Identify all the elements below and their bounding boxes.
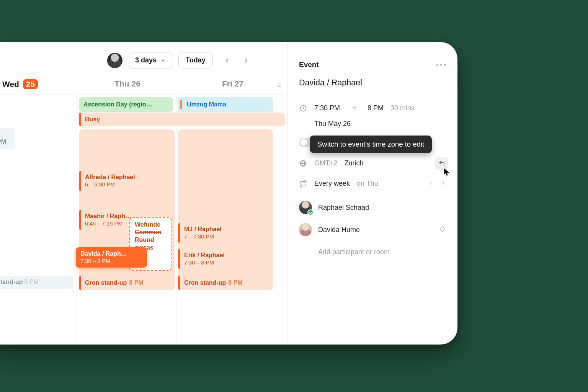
switch-timezone-button[interactable] <box>435 157 448 170</box>
event-standup-fri[interactable]: Cron stand-up8 PM <box>178 276 273 290</box>
profile-avatar[interactable] <box>107 53 122 68</box>
event-standup-thu[interactable]: Cron stand-up8 PM <box>79 276 175 290</box>
expand-toggle-icon[interactable]: ± <box>277 80 281 88</box>
clock-icon <box>299 105 307 112</box>
event-title: Davida / Raph… <box>80 250 142 258</box>
event-erik[interactable]: Erik / Raphael 7:30 – 8 PM <box>178 249 242 269</box>
calendar-pane: 3 days Today <box>0 42 287 345</box>
prev-button[interactable] <box>221 55 233 66</box>
event-panel: Event Davida / Raphael 7:30 PM 8 PM 30 m… <box>287 42 457 345</box>
event-time: 7:30 – 8 PM <box>80 258 142 265</box>
add-participant-placeholder: Add participant or room <box>318 248 390 256</box>
event-title: Erik / Raphael <box>184 252 238 259</box>
event-title: 0 PM <box>0 131 6 145</box>
tooltip-text: Switch to event's time zone to edit <box>317 140 424 148</box>
recurrence-main: Every week <box>314 180 350 188</box>
event-title: Alfreda / Raphael <box>85 173 170 181</box>
participant-name: Davida Hume <box>318 226 360 234</box>
participant-row[interactable]: Raphael Schaad <box>299 196 446 219</box>
event-standup-wed[interactable]: stand-up8 PM <box>0 276 73 289</box>
day-label: Fri 27 <box>222 79 243 88</box>
event-title: Umzug Mama <box>187 101 226 108</box>
event-time: 6 – 6:30 PM <box>85 181 170 188</box>
day-label: Wed <box>2 80 19 88</box>
event-title: Cron stand-up <box>184 279 226 286</box>
event-ascension-day[interactable]: Ascension Day (regio… <box>79 97 173 112</box>
avatar <box>299 223 312 236</box>
event-line: Round <box>135 236 166 244</box>
start-time: 7:30 PM <box>314 104 340 112</box>
duration: 30 mins <box>390 104 415 112</box>
next-button[interactable] <box>240 55 252 66</box>
recurrence-next[interactable] <box>441 180 446 188</box>
event-prev-day[interactable]: 0 PM <box>0 128 15 149</box>
event-title: MJ / Raphael <box>184 225 238 233</box>
topbar: 3 days Today <box>0 42 287 79</box>
calendar-grid[interactable]: Ascension Day (regio… Umzug Mama Busy 0 … <box>0 95 287 345</box>
today-label: Today <box>186 56 206 64</box>
event-mj[interactable]: MJ / Raphael 7 – 7:30 PM <box>178 223 242 243</box>
event-time: 8 PM <box>228 279 242 286</box>
end-time: 8 PM <box>368 104 384 112</box>
panel-heading: Event <box>299 60 319 69</box>
event-time: 8 PM <box>24 279 39 285</box>
event-line: Wefunde <box>135 221 166 229</box>
recurrence-sub: on Thu <box>357 180 378 188</box>
timezone-tooltip: Switch to event's time zone to edit <box>310 136 432 153</box>
day-label: Thu 26 <box>114 79 140 88</box>
participant-row[interactable]: Davida Hume <box>299 219 446 241</box>
today-button[interactable]: Today <box>178 52 213 69</box>
event-title: Busy <box>85 116 100 122</box>
gmt-offset: GMT+2 <box>314 159 338 167</box>
event-title: stand-up <box>0 279 23 285</box>
allday-row: Switch to event's time zone to edit <box>287 134 457 153</box>
day-headers: Wed 25 Thu 26 Fri 27 ± <box>0 79 287 95</box>
participant-name: Raphael Schaad <box>318 204 369 212</box>
globe-icon <box>299 160 307 167</box>
event-alfreda[interactable]: Alfreda / Raphael 6 – 6:30 PM <box>79 171 175 191</box>
participants-section: Raphael Schaad Davida Hume Add participa… <box>287 194 457 263</box>
event-time: 7:30 – 8 PM <box>184 259 238 266</box>
event-title-field[interactable]: Davida / Raphael <box>287 72 457 98</box>
repeat-icon <box>299 180 307 188</box>
event-title: Ascension Day (regio… <box>83 101 152 108</box>
add-participant-row[interactable]: Add participant or room <box>299 241 446 263</box>
timezone-row[interactable]: GMT+2 Zurich <box>287 153 457 173</box>
recurrence-row[interactable]: Every week on Thu <box>287 173 457 194</box>
more-menu-icon[interactable] <box>436 64 446 66</box>
event-time: 8 PM <box>129 279 143 286</box>
app-window: 3 days Today <box>0 42 457 345</box>
recurrence-prev[interactable] <box>428 180 434 188</box>
range-label: 3 days <box>135 56 157 64</box>
timezone-city: Zurich <box>345 159 364 167</box>
avatar <box>299 201 312 214</box>
event-date: Thu May 26 <box>314 120 351 128</box>
range-dropdown[interactable]: 3 days <box>128 52 173 69</box>
spacer <box>299 245 312 258</box>
event-davida-selected[interactable]: Davida / Raph… 7:30 – 8 PM <box>76 247 147 268</box>
event-line: Commun <box>135 229 166 236</box>
event-date-row[interactable]: Thu May 26 <box>287 118 457 134</box>
event-umzug-mama[interactable]: Umzug Mama <box>178 97 273 112</box>
status-accepted-icon <box>307 209 314 216</box>
busy-bar[interactable]: Busy <box>79 113 285 126</box>
day-header-thu[interactable]: Thu 26 <box>77 79 176 95</box>
event-time-row[interactable]: 7:30 PM 8 PM 30 mins <box>287 98 457 118</box>
event-title: Cron stand-up <box>85 279 127 286</box>
day-header-fri[interactable]: Fri 27 <box>176 79 287 95</box>
status-maybe-icon <box>439 225 446 234</box>
chevron-down-icon <box>160 58 166 63</box>
event-time: 7 – 7:30 PM <box>184 233 238 240</box>
day-number-badge: 25 <box>23 79 38 89</box>
day-header-wed[interactable]: Wed 25 <box>0 79 77 95</box>
arrow-right-icon <box>350 104 358 112</box>
